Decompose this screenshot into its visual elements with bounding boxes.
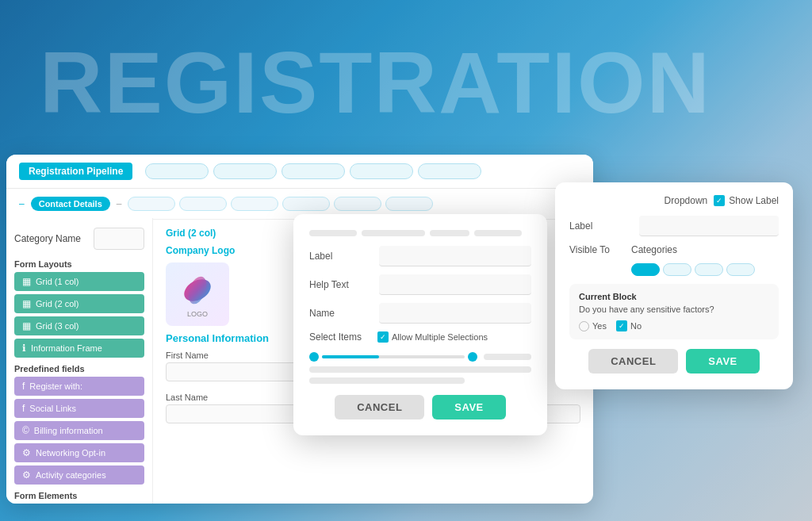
label-field-label: Label xyxy=(309,251,373,262)
mini-steps xyxy=(631,263,779,276)
sidebar-item-networking-label: Networking Opt-in xyxy=(36,448,105,458)
info-icon: ℹ xyxy=(22,343,26,354)
right-label-field-row: Label xyxy=(569,216,779,236)
no-label: No xyxy=(630,321,642,331)
bottom-bar-1 xyxy=(309,366,531,373)
select-items-label: Select Items xyxy=(309,331,373,343)
sidebar-item-activity[interactable]: ⚙ Activity categories xyxy=(14,465,144,485)
name-label: Name xyxy=(309,308,373,319)
help-text-input[interactable] xyxy=(379,274,531,295)
show-label-row: ✓ Show Label xyxy=(714,195,779,206)
name-field-row: Name xyxy=(309,303,531,324)
slider-value-bar xyxy=(484,354,531,360)
sidebar-item-billing[interactable]: © Billing information xyxy=(14,421,144,440)
yes-no-row: Yes ✓ No xyxy=(579,320,769,331)
pipeline-step-4 xyxy=(350,163,413,179)
contact-step-3 xyxy=(231,197,278,211)
yes-radio xyxy=(579,321,589,331)
allow-multiple-label: Allow Multiple Selections xyxy=(392,332,488,342)
no-checkbox: ✓ xyxy=(616,320,627,331)
slider-dot-left xyxy=(309,352,319,362)
right-label-field-label: Label xyxy=(569,220,633,232)
sidebar-item-grid2col[interactable]: ▦ Grid (2 col) xyxy=(14,294,144,313)
modal-right-save-button[interactable]: SAVE xyxy=(686,349,759,374)
mini-step-3 xyxy=(695,263,723,276)
sidebar-item-grid1col-label: Grid (1 col) xyxy=(36,277,79,286)
help-text-field-row: Help Text xyxy=(309,274,531,295)
yes-label: Yes xyxy=(592,321,607,331)
modal-middle-cancel-button[interactable]: CANCEL xyxy=(335,395,424,419)
modal-right-cancel-button[interactable]: CANCEL xyxy=(588,349,678,374)
modal-right: Dropdown ✓ Show Label Label Visible To C… xyxy=(555,182,793,389)
sidebar-item-grid1col[interactable]: ▦ Grid (1 col) xyxy=(14,272,144,291)
sidebar-item-info-frame-label: Information Frame xyxy=(31,343,102,353)
modal-right-header: Dropdown ✓ Show Label xyxy=(569,195,779,206)
contact-step-4 xyxy=(282,197,330,211)
category-name-label: Category Name xyxy=(14,233,86,244)
sidebar-item-activity-label: Activity categories xyxy=(36,470,106,480)
modal-middle-actions: CANCEL SAVE xyxy=(309,395,531,419)
allow-multiple-checkbox[interactable]: ✓ Allow Multiple Selections xyxy=(377,331,488,343)
sidebar-item-networking[interactable]: ⚙ Networking Opt-in xyxy=(14,443,144,462)
modal-middle-top-bars xyxy=(309,230,531,236)
pipeline-step-5 xyxy=(418,163,481,179)
pipeline-title: Registration Pipeline xyxy=(19,163,132,180)
sidebar-item-social[interactable]: f Social Links xyxy=(14,399,144,418)
name-input[interactable] xyxy=(379,303,531,324)
label-field-row: Label xyxy=(309,246,531,266)
activity-icon: ⚙ xyxy=(22,469,31,481)
help-text-label: Help Text xyxy=(309,279,373,290)
contact-step-5 xyxy=(334,197,381,211)
sidebar-item-social-label: Social Links xyxy=(29,404,76,413)
pipeline-step-3 xyxy=(282,163,345,179)
right-label-input[interactable] xyxy=(639,216,779,236)
label-field-input[interactable] xyxy=(379,246,531,266)
slider-bar[interactable] xyxy=(322,355,465,358)
select-items-row: Select Items ✓ Allow Multiple Selections xyxy=(309,331,531,343)
contact-step-6 xyxy=(385,197,433,211)
form-layouts-title: Form Layouts xyxy=(14,259,144,269)
slider-row xyxy=(309,352,531,362)
sidebar: Category Name Form Layouts ▦ Grid (1 col… xyxy=(6,218,153,504)
bg-registration-text: REGISTRATION xyxy=(40,32,711,132)
sidebar-item-register[interactable]: f Register with: xyxy=(14,377,144,396)
sidebar-item-grid3col[interactable]: ▦ Grid (3 col) xyxy=(14,316,144,335)
modal-middle: Label Help Text Name Select Items ✓ Allo… xyxy=(293,214,547,435)
slider-dot-right xyxy=(468,352,477,362)
pipeline-steps xyxy=(145,163,580,179)
mini-step-4 xyxy=(726,263,755,276)
no-option[interactable]: ✓ No xyxy=(616,320,642,331)
sidebar-item-grid2col-label: Grid (2 col) xyxy=(36,299,79,308)
pipeline-step-1 xyxy=(145,163,209,179)
current-block-question: Do you have any sensitive factors? xyxy=(579,305,769,314)
logo-text: LOGO xyxy=(187,310,208,318)
facebook-icon: f xyxy=(22,381,25,392)
current-block: Current Block Do you have any sensitive … xyxy=(569,284,779,339)
logo-box: LOGO xyxy=(166,262,229,326)
modal-right-actions: CANCEL SAVE xyxy=(569,349,779,374)
pipeline-step-2 xyxy=(213,163,277,179)
yes-option[interactable]: Yes xyxy=(579,321,607,331)
contact-badge: Contact Details xyxy=(31,197,110,211)
mini-step-1 xyxy=(631,263,660,276)
modal-middle-save-button[interactable]: SAVE xyxy=(432,395,505,419)
show-label-checkbox[interactable]: ✓ xyxy=(714,195,725,206)
contact-step-1 xyxy=(128,197,175,211)
show-label-text: Show Label xyxy=(729,195,779,206)
current-block-title: Current Block xyxy=(579,292,769,301)
sidebar-item-grid3col-label: Grid (3 col) xyxy=(36,321,79,331)
contact-steps xyxy=(128,197,557,211)
sidebar-item-info-frame[interactable]: ℹ Information Frame xyxy=(14,339,144,358)
form-elements-title: Form Elements xyxy=(14,491,144,500)
logo-svg xyxy=(178,271,216,309)
predefined-fields-title: Predefined fields xyxy=(14,364,144,374)
pipeline-header: Registration Pipeline xyxy=(6,155,593,189)
mini-step-2 xyxy=(663,263,691,276)
bottom-bar-2 xyxy=(309,377,465,384)
category-name-input[interactable] xyxy=(94,228,144,250)
contact-step-2 xyxy=(179,197,227,211)
visible-to-row: Visible To Categories xyxy=(569,244,779,255)
networking-icon: ⚙ xyxy=(22,447,31,458)
slider-fill xyxy=(322,355,379,358)
sidebar-item-billing-label: Billing information xyxy=(34,426,103,435)
